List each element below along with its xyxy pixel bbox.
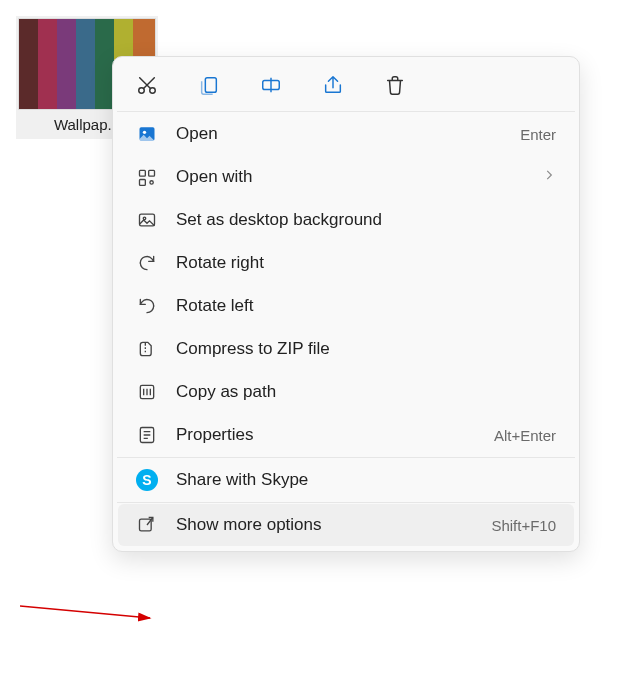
menu-label: Compress to ZIP file	[176, 339, 330, 359]
menu-label: Properties	[176, 425, 253, 445]
menu-label: Share with Skype	[176, 470, 308, 490]
separator	[117, 111, 575, 112]
openwith-icon	[136, 166, 158, 188]
file-label: Wallpap...	[54, 116, 120, 133]
cut-icon[interactable]	[135, 73, 159, 97]
svg-line-15	[20, 606, 150, 618]
annotation-arrow	[20, 598, 180, 638]
menu-label: Copy as path	[176, 382, 276, 402]
menu-shortcut: Shift+F10	[491, 517, 556, 534]
chevron-right-icon	[542, 167, 556, 187]
menu-open-with[interactable]: Open with	[118, 156, 574, 198]
svg-rect-8	[140, 180, 146, 186]
rotate-right-icon	[136, 252, 158, 274]
menu-label: Show more options	[176, 515, 322, 535]
menu-label: Set as desktop background	[176, 210, 382, 230]
menu-label: Open	[176, 124, 218, 144]
menu-shortcut: Alt+Enter	[494, 427, 556, 444]
properties-icon	[136, 424, 158, 446]
svg-point-9	[150, 181, 153, 184]
context-menu: Open Enter Open with Set as desktop back…	[112, 56, 580, 552]
copy-icon[interactable]	[197, 73, 221, 97]
menu-copy-path[interactable]: Copy as path	[118, 371, 574, 413]
menu-shortcut: Enter	[520, 126, 556, 143]
menu-label: Open with	[176, 167, 253, 187]
context-menu-toolbar	[113, 57, 579, 111]
skype-icon: S	[136, 469, 158, 491]
rename-icon[interactable]	[259, 73, 283, 97]
wallpaper-icon	[136, 209, 158, 231]
menu-open[interactable]: Open Enter	[118, 113, 574, 155]
menu-label: Rotate left	[176, 296, 254, 316]
picture-icon	[136, 123, 158, 145]
menu-rotate-right[interactable]: Rotate right	[118, 242, 574, 284]
menu-compress-zip[interactable]: Compress to ZIP file	[118, 328, 574, 370]
menu-show-more-options[interactable]: Show more options Shift+F10	[118, 504, 574, 546]
svg-rect-7	[149, 170, 155, 176]
rotate-left-icon	[136, 295, 158, 317]
separator	[117, 502, 575, 503]
menu-share-skype[interactable]: S Share with Skype	[118, 459, 574, 501]
svg-rect-2	[205, 78, 216, 93]
separator	[117, 457, 575, 458]
menu-label: Rotate right	[176, 253, 264, 273]
menu-set-wallpaper[interactable]: Set as desktop background	[118, 199, 574, 241]
more-options-icon	[136, 514, 158, 536]
svg-rect-6	[140, 170, 146, 176]
menu-rotate-left[interactable]: Rotate left	[118, 285, 574, 327]
zip-icon	[136, 338, 158, 360]
menu-properties[interactable]: Properties Alt+Enter	[118, 414, 574, 456]
share-icon[interactable]	[321, 73, 345, 97]
svg-point-5	[143, 131, 146, 134]
delete-icon[interactable]	[383, 73, 407, 97]
copy-path-icon	[136, 381, 158, 403]
